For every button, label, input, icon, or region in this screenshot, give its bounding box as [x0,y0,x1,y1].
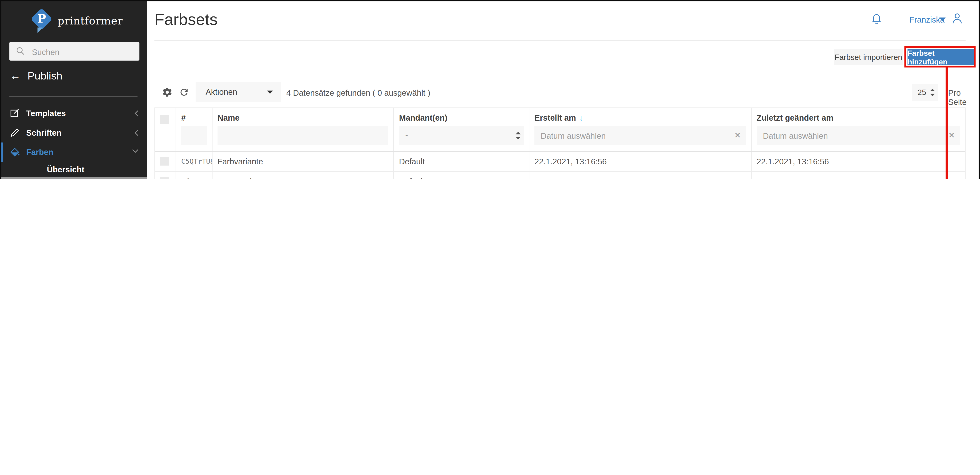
row-created: 17.1.2021, 20:57:13 [529,172,751,179]
user-avatar-icon[interactable] [951,11,964,25]
row-id: C5QTrTU8 [176,152,212,171]
filter-created-input[interactable] [535,126,746,145]
settings-gear-icon[interactable] [162,87,172,97]
sidebar-item-farben[interactable]: Farben [0,143,147,162]
filter-name-input[interactable] [218,126,388,145]
column-label: Mandant(en) [399,113,524,125]
search-icon [16,46,25,56]
column-label: Name [218,113,388,125]
clear-icon[interactable] [948,126,955,145]
sidebar-subitem-uebersicht[interactable]: Übersicht [0,162,147,177]
farbsets-table: # Name Mandant(en) - Erstellt am Zuletzt… [154,108,966,179]
row-name: Logo Varianten [212,172,393,179]
header-cell-id: # [176,108,212,151]
publish-label: Publish [27,70,62,82]
header-cell-select [155,108,176,151]
filter-modified-input[interactable] [757,126,960,145]
spinner-arrows-icon [516,132,521,140]
select-all-checkbox[interactable] [160,115,169,124]
filter-mandant-value: - [405,130,408,140]
notifications-bell-icon[interactable] [871,13,882,25]
filter-modified-date[interactable] [757,126,960,145]
page-size-select[interactable]: 25 [912,84,938,101]
row-checkbox[interactable] [160,157,169,165]
header-cell-mandant: Mandant(en) - [393,108,529,151]
page-title: Farbsets [154,10,218,29]
refresh-icon[interactable] [179,87,189,97]
sidebar-item-label: Farben [26,148,53,157]
templates-icon [10,108,20,119]
column-label: Zuletzt geändert am [757,113,960,125]
back-arrow-icon [10,70,27,82]
sidebar-search[interactable] [10,42,140,61]
pen-icon [10,127,20,138]
header-cell-name: Name [212,108,393,151]
chevron-down-icon[interactable] [132,149,139,153]
column-label: # [181,113,207,125]
clear-icon[interactable] [734,126,741,145]
paint-bucket-icon [10,147,20,157]
chevron-left-icon[interactable] [134,110,139,117]
spinner-arrows-icon [930,89,935,96]
row-name: Farbvariante [212,152,393,171]
table-header-row: # Name Mandant(en) - Erstellt am Zuletzt… [155,108,965,152]
chevron-left-icon[interactable] [134,129,139,136]
screenshot-canvas: P printformer Publish Templates Schrifte… [0,0,980,179]
printformer-logo-tail [37,27,42,33]
caret-down-icon[interactable] [939,17,946,21]
sidebar-back-publish[interactable]: Publish [10,70,62,85]
per-page-label: Pro Seite [948,88,980,107]
sidebar-subitem-label: Übersicht [47,165,84,175]
search-input[interactable] [30,42,137,62]
records-summary: 4 Datensätze gefunden ( 0 ausgewählt ) [286,88,430,98]
active-item-bar [0,143,3,162]
table-row[interactable]: C5QTrTU8 Farbvariante Default 22.1.2021,… [155,152,965,172]
sidebar-item-templates[interactable]: Templates [0,104,147,123]
row-modified: 22.1.2021, 13:16:56 [751,152,965,171]
row-modified: 17.1.2021, 20:57:13 [751,172,965,179]
printformer-logo-letter: P [37,12,46,25]
row-created: 22.1.2021, 13:16:56 [529,152,751,171]
column-label: Erstellt am [535,113,746,125]
sidebar-subitem-farbsets[interactable]: Farbsets [0,177,147,179]
sidebar: P printformer Publish Templates Schrifte… [0,0,147,179]
row-mandant: Default [393,172,529,179]
sidebar-divider [10,96,138,97]
row-mandant: Default [393,152,529,171]
filter-created-date[interactable] [535,126,746,145]
filter-mandant-select[interactable]: - [399,126,524,145]
sort-desc-icon[interactable] [576,113,583,122]
sidebar-item-schriften[interactable]: Schriften [0,123,147,143]
sidebar-item-label: Templates [26,109,66,118]
page-size-value: 25 [918,88,926,97]
header-cell-created: Erstellt am [529,108,751,151]
row-checkbox[interactable] [160,177,169,179]
add-farbset-button[interactable]: Farbset hinzufügen [908,49,974,65]
import-farbset-button[interactable]: Farbset importieren [834,49,903,65]
header-divider [154,40,966,41]
sidebar-item-label: Schriften [26,128,62,138]
filter-id-input[interactable] [181,126,207,145]
row-id: IfuO2e7G [176,172,212,179]
table-row[interactable]: IfuO2e7G Logo Varianten Default 17.1.202… [155,172,965,179]
aktionen-dropdown-label: Aktionen [205,87,237,97]
caret-down-icon [267,91,273,94]
header-cell-modified: Zuletzt geändert am [751,108,965,151]
logo-text: printformer [57,14,123,27]
aktionen-dropdown[interactable]: Aktionen [196,82,281,102]
